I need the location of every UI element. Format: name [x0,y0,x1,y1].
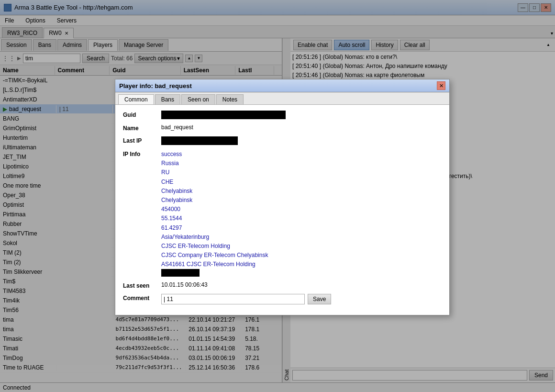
name-label: Name [123,124,161,132]
ip-lat: 55.1544 [161,214,268,223]
modal-tab-notes[interactable]: Notes [216,94,244,104]
modal-body: Guid Name bad_request Last IP IP Info [115,105,449,315]
last-ip-label: Last IP [123,136,161,144]
ip-region-code: CHE [161,178,268,187]
comment-label: Comment [123,294,161,302]
guid-label: Guid [123,111,161,118]
ip-status: success [161,150,268,159]
modal-tabs: Common Bans Seen on Notes [115,92,449,105]
name-row: Name bad_request [123,124,442,132]
comment-input[interactable] [161,294,305,304]
ip-info-row: IP Info success Russia RU CHE Chelyabins… [123,150,442,277]
modal-overlay: Player info: bad_request ✕ Common Bans S… [0,0,555,392]
modal-title: Player info: bad_request [119,82,192,90]
comment-row: Comment Save [123,294,442,304]
ip-country: Russia [161,159,268,168]
ip-masked [161,136,238,145]
modal-tab-bans[interactable]: Bans [155,94,180,104]
last-seen-row: Last seen 10.01.15 00:06:43 [123,281,442,289]
modal-close-button[interactable]: ✕ [437,81,445,90]
save-button[interactable]: Save [308,294,331,304]
player-info-modal: Player info: bad_request ✕ Common Bans S… [115,79,450,315]
modal-tab-seen-on[interactable]: Seen on [181,94,215,104]
ip-lon: 61.4297 [161,224,268,233]
guid-masked [161,111,286,119]
ip-timezone: Asia/Yekaterinburg [161,233,268,242]
ip-row: Last IP [123,136,442,145]
ip-code: RU [161,168,268,177]
last-ip-value [161,136,442,145]
modal-tab-common[interactable]: Common [118,94,154,104]
ip-isp3: AS41661 CJSC ER-Telecom Holding [161,260,268,269]
ip-info-label: IP Info [123,150,161,157]
comment-input-area: Save [161,294,331,304]
ip-extra-masked [161,269,200,277]
ip-isp1: CJSC ER-Telecom Holding [161,242,268,251]
last-seen-value: 10.01.15 00:06:43 [161,281,442,288]
guid-value [161,111,442,119]
ip-info-block: success Russia RU CHE Chelyabinsk Chelya… [161,150,268,277]
guid-row: Guid [123,111,442,119]
ip-zip: 454000 [161,205,268,214]
ip-region: Chelyabinsk [161,196,268,205]
last-seen-label: Last seen [123,281,161,289]
name-value: bad_request [161,124,442,131]
ip-isp2: CJSC Company ER-Telecom Chelyabinsk [161,251,268,260]
modal-title-bar: Player info: bad_request ✕ [115,79,449,92]
ip-city: Chelyabinsk [161,187,268,196]
